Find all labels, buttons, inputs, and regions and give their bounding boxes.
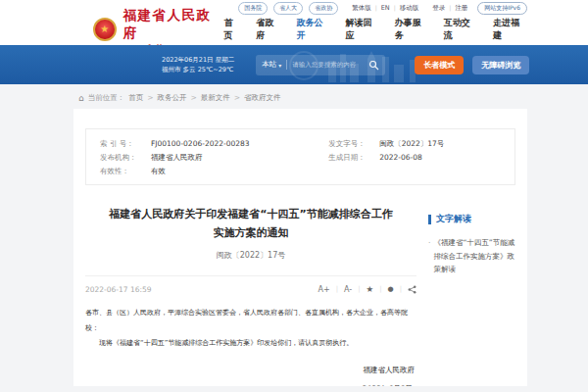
document-main-column: 福建省人民政府关于印发福建省“十四五”节能减排综合工作实施方案的通知 闽政〔20… (74, 185, 418, 386)
meta-validity-label: 有效性： (100, 165, 151, 178)
meta-gendate-label: 生成日期： (328, 151, 379, 165)
meta-index-label: 索 引 号： (100, 137, 151, 151)
search-scope-select[interactable]: 本站 ▾ (262, 60, 281, 70)
document-body: 各市、县（区）人民政府，平潭综合实验区管委会，省人民政府各部门、各直属机构，各大… (85, 306, 416, 351)
document-toolbar: 2022-06-17 16:59 A+ A- ★ ● (85, 275, 416, 294)
breadcrumb-latest-documents[interactable]: 最新文件 (187, 93, 230, 103)
signature-issuer: 福建省人民政府 (85, 366, 416, 375)
current-date: 2022年06月21日 星期二 (162, 55, 234, 65)
weather-info: 福州市 多云 25℃~29℃ (162, 65, 234, 74)
nav-interaction[interactable]: 互动交流 (444, 17, 478, 42)
body-paragraph-main: 现将《福建省“十四五”节能减排综合工作实施方案》印发给你们，请认真贯彻执行。 (85, 336, 411, 351)
nav-into-fujian[interactable]: 走进福建 (493, 17, 527, 42)
breadcrumb-prefix: 当前位置： (88, 93, 125, 103)
meta-column-right: 发文字号： 闽政〔2022〕17号 生成日期： 2022-06-08 (328, 137, 501, 178)
main-nav: 首页 省政府 政务公开 解读回应 办事服务 互动交流 走进福建 (224, 17, 527, 42)
font-decrease-button[interactable]: A- (344, 285, 367, 294)
meta-validity-value: 有效 (151, 165, 166, 178)
barrier-free-button[interactable]: 无障碍浏览 (472, 56, 529, 74)
interpretation-sidebar: 文字解读 · 《福建省“十四五”节能减排综合工作实施方案》政策解读 (418, 185, 527, 386)
meta-validity-row: 有效性： 有效 (100, 165, 328, 178)
publish-time: 2022-06-17 16:59 (85, 285, 152, 294)
toolbar-actions: A+ A- ★ ● (318, 284, 416, 294)
site-header: ★ 福建省人民政府 www.fujian.gov.cn 首页 省政府 政务公开 … (0, 16, 588, 45)
bullet-icon: · (428, 236, 430, 276)
content-row: 福建省人民政府关于印发福建省“十四五”节能减排综合工作实施方案的通知 闽政〔20… (74, 185, 527, 386)
link-provincial-peoples-congress[interactable]: 省人大 (273, 2, 303, 15)
link-english[interactable]: EN (371, 4, 390, 12)
link-traditional-chinese[interactable]: 繁体版 (352, 4, 371, 13)
nav-provincial-government[interactable]: 省政府 (256, 17, 281, 42)
ipv6-badge[interactable]: 网站支持IPv6 (477, 2, 527, 15)
nav-interpretation-response[interactable]: 解读回应 (346, 17, 380, 42)
home-icon: ⌂ (78, 94, 84, 103)
national-emblem-icon: ★ (93, 18, 117, 41)
breadcrumb-home[interactable]: 首页 (128, 93, 143, 103)
link-provincial-cppcc[interactable]: 省政协 (309, 2, 338, 15)
accessibility-buttons: 长者模式 无障碍浏览 (415, 56, 529, 74)
date-weather: 2022年06月21日 星期二 福州市 多云 25℃~29℃ (162, 55, 234, 75)
blue-toolbar: 2022年06月21日 星期二 福州市 多云 25℃~29℃ 本站 ▾ 长者模式… (0, 45, 588, 84)
meta-gendate-value: 2022-06-08 (379, 151, 422, 165)
page: 国务院 省人大 省政协 繁体版 EN 移动版 登录 注册 网站支持IPv6 ★ … (0, 0, 588, 386)
site-name: 福建省人民政府 (123, 7, 224, 42)
meta-index-row: 索 引 号： FJ00100-0206-2022-00283 (100, 137, 328, 151)
auth-links: 登录 注册 (432, 4, 467, 13)
meta-index-value: FJ00100-0206-2022-00283 (151, 137, 250, 151)
meta-docno-row: 发文字号： 闽政〔2022〕17号 (328, 137, 501, 151)
search-input[interactable] (292, 61, 368, 69)
sidebar-title: 文字解读 (428, 213, 519, 225)
meta-issuer-row: 发布机构： 福建省人民政府 (100, 151, 328, 165)
favorite-star-icon[interactable]: ★ (367, 284, 388, 294)
language-links: 繁体版 EN 移动版 (352, 4, 418, 13)
search-icon[interactable] (368, 60, 379, 71)
topbar: 国务院 省人大 省政协 繁体版 EN 移动版 登录 注册 网站支持IPv6 (0, 0, 588, 16)
breadcrumb-disclosure[interactable]: 政务公开 (143, 93, 186, 103)
share-icon[interactable] (408, 285, 416, 294)
search-bar: 本站 ▾ (256, 55, 385, 75)
breadcrumb-items: 首页 政务公开 最新文件 省政府文件 (128, 93, 280, 103)
meta-issuer-label: 发布机构： (100, 151, 151, 165)
meta-docno-label: 发文字号： (328, 137, 379, 151)
chevron-down-icon: ▾ (278, 62, 281, 69)
login-link[interactable]: 登录 (432, 4, 445, 13)
nav-services[interactable]: 办事服务 (395, 17, 429, 42)
sidebar-link-text: 《福建省“十四五”节能减排综合工作实施方案》政策解读 (433, 236, 519, 276)
nav-government-disclosure[interactable]: 政务公开 (296, 17, 330, 42)
elder-mode-button[interactable]: 长者模式 (415, 56, 464, 74)
meta-issuer-value: 福建省人民政府 (151, 151, 203, 165)
link-state-council[interactable]: 国务院 (238, 2, 268, 15)
meta-docno-value: 闽政〔2022〕17号 (379, 137, 444, 151)
meta-gendate-row: 生成日期： 2022-06-08 (328, 151, 501, 165)
sidebar-policy-interpretation-link[interactable]: · 《福建省“十四五”节能减排综合工作实施方案》政策解读 (428, 236, 519, 276)
document-meta-box: 索 引 号： FJ00100-0206-2022-00283 发布机构： 福建省… (85, 128, 515, 185)
link-mobile-version[interactable]: 移动版 (390, 4, 419, 13)
nav-home[interactable]: 首页 (224, 17, 242, 42)
font-increase-button[interactable]: A+ (318, 285, 344, 294)
signature-date: 2022年6月8日 (85, 384, 416, 386)
register-link[interactable]: 注册 (445, 4, 467, 13)
meta-column-left: 索 引 号： FJ00100-0206-2022-00283 发布机构： 福建省… (100, 137, 328, 178)
search-divider (286, 60, 287, 70)
breadcrumb: ⌂ 当前位置： 首页 政务公开 最新文件 省政府文件 (78, 92, 588, 104)
document-title: 福建省人民政府关于印发福建省“十四五”节能减排综合工作实施方案的通知 (85, 206, 416, 242)
body-paragraph-salutation: 各市、县（区）人民政府，平潭综合实验区管委会，省人民政府各部门、各直属机构，各大… (85, 306, 411, 336)
search-scope-value: 本站 (262, 60, 276, 70)
document-number: 闽政〔2022〕17号 (85, 250, 416, 261)
share-circle-icon[interactable]: ● (388, 285, 408, 293)
breadcrumb-provincial-documents[interactable]: 省政府文件 (230, 93, 281, 103)
document-card: 索 引 号： FJ00100-0206-2022-00283 发布机构： 福建省… (74, 109, 527, 386)
